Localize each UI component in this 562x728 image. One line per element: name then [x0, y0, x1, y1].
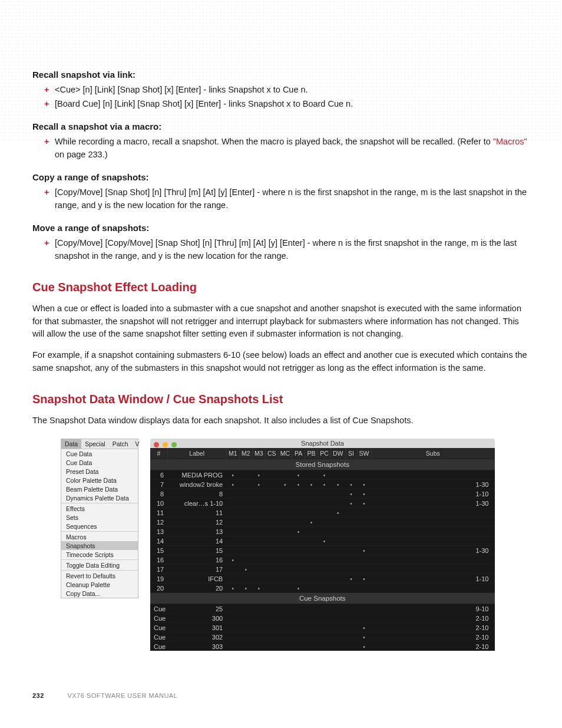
menu-item[interactable]: Beam Palette Data — [61, 485, 138, 493]
cell-dot: • — [345, 499, 357, 508]
menu-item[interactable]: Macros — [61, 532, 138, 541]
cell-number: 14 — [150, 536, 167, 546]
cell-subs — [371, 565, 494, 574]
cell-dot — [331, 527, 346, 536]
cell-dot — [226, 546, 239, 555]
cell-dot — [292, 518, 305, 527]
table-row[interactable]: 1313• — [150, 527, 495, 536]
cell-dot: • — [357, 489, 371, 499]
cell-number: 15 — [150, 546, 167, 555]
table-row[interactable]: 10clear…s 1-10••1-30 — [150, 499, 495, 508]
menu-item[interactable]: Preset Data — [61, 467, 138, 476]
table-row[interactable]: Cue303•2-10 — [150, 642, 495, 651]
cell-dot — [357, 555, 371, 565]
cell-dot — [331, 604, 346, 614]
table-row[interactable]: 19IFCB••1-10 — [150, 574, 495, 584]
minimize-icon[interactable] — [163, 442, 168, 447]
close-icon[interactable] — [154, 442, 159, 447]
menu-bar-item[interactable]: Data — [61, 439, 81, 449]
table-row[interactable]: 1414• — [150, 536, 495, 546]
cell-dot: • — [357, 499, 371, 508]
cell-subs: 9-10 — [371, 604, 494, 614]
cell-label: clear…s 1-10 — [167, 499, 226, 508]
cell-dot: • — [345, 574, 357, 584]
cell-number: 10 — [150, 499, 167, 508]
menu-item[interactable]: Cue Data — [61, 458, 138, 467]
heading-copy-range: Copy a range of snapshots: — [32, 172, 530, 182]
cell-dot — [252, 527, 265, 536]
cell-dot — [357, 584, 371, 593]
cell-dot — [292, 555, 305, 565]
cell-dot — [278, 604, 292, 614]
cell-dot — [318, 574, 331, 584]
menu-item[interactable]: Color Palette Data — [61, 476, 138, 485]
cell-dot — [292, 489, 305, 499]
macros-link[interactable]: "Macros" — [493, 137, 527, 146]
cell-dot — [226, 536, 239, 546]
window-titlebar: Snapshot Data — [150, 439, 495, 448]
cell-subs — [371, 584, 494, 593]
menu-item[interactable]: Timecode Scripts — [61, 550, 138, 559]
table-row[interactable]: 7window2 broke•••••••••1-30 — [150, 480, 495, 489]
cell-dot — [265, 584, 278, 593]
cell-dot — [252, 508, 265, 518]
cell-dot — [252, 642, 265, 651]
table-row[interactable]: 1111• — [150, 508, 495, 518]
menu-item[interactable]: Sets — [61, 513, 138, 522]
table-row[interactable]: Cue3002-10 — [150, 614, 495, 623]
table-row[interactable]: 1717• — [150, 565, 495, 574]
cell-dot — [226, 518, 239, 527]
cell-label: IFCB — [167, 574, 226, 584]
cell-dot — [305, 489, 318, 499]
menu-bar-item[interactable]: Patch — [109, 439, 132, 449]
cell-dot — [239, 614, 252, 623]
table-row[interactable]: 6MEDIA PROG•••• — [150, 470, 495, 480]
column-header: M3 — [252, 448, 265, 459]
cell-dot — [252, 604, 265, 614]
table-row[interactable]: Cue302•2-10 — [150, 633, 495, 642]
cell-dot — [278, 623, 292, 633]
table-row[interactable]: 88••1-10 — [150, 489, 495, 499]
cell-dot — [331, 518, 346, 527]
menu-item[interactable]: Revert to Defaults — [61, 571, 138, 580]
cell-subs — [371, 527, 494, 536]
menu-item[interactable]: Copy Data... — [61, 589, 138, 598]
menu-bar-item[interactable]: Special — [81, 439, 108, 449]
cell-dot — [305, 604, 318, 614]
zoom-icon[interactable] — [171, 442, 177, 447]
menu-item[interactable]: Effects — [61, 504, 138, 513]
table-row[interactable]: 1515•1-30 — [150, 546, 495, 555]
table-row[interactable]: 1212• — [150, 518, 495, 527]
cell-dot — [278, 470, 292, 480]
cell-dot — [331, 584, 346, 593]
cell-dot — [345, 623, 357, 633]
cell-dot — [265, 536, 278, 546]
list-item: [Copy/Move] [Copy/Move] [Snap Shot] [n] … — [44, 236, 530, 263]
table-row[interactable]: 1616• — [150, 555, 495, 565]
cell-dot — [318, 489, 331, 499]
cell-dot: • — [357, 642, 371, 651]
menu-item[interactable]: Snapshots — [61, 541, 138, 550]
heading-recall-macro: Recall a snapshot via a macro: — [32, 121, 530, 131]
cell-dot — [265, 527, 278, 536]
cell-subs — [371, 508, 494, 518]
cell-dot — [292, 536, 305, 546]
cell-subs: 2-10 — [371, 633, 494, 642]
cell-dot: • — [252, 480, 265, 489]
menu-item[interactable]: Sequences — [61, 522, 138, 531]
menu-item[interactable]: Cleanup Palette — [61, 580, 138, 589]
menu-item[interactable]: Cue Data — [61, 449, 138, 458]
menu-item[interactable]: Dynamics Palette Data — [61, 493, 138, 502]
cell-dot — [305, 565, 318, 574]
table-row[interactable]: Cue259-10 — [150, 604, 495, 614]
table-row[interactable]: Cue301•2-10 — [150, 623, 495, 633]
cell-dot — [265, 614, 278, 623]
cell-label: 301 — [167, 623, 226, 633]
menu-item[interactable]: Toggle Data Editing — [61, 561, 138, 569]
cell-dot — [278, 536, 292, 546]
cell-dot — [331, 470, 346, 480]
menu-bar-item[interactable]: V — [132, 439, 143, 449]
cell-dot — [265, 546, 278, 555]
cell-number: 7 — [150, 480, 167, 489]
table-row[interactable]: 2020•••• — [150, 584, 495, 593]
